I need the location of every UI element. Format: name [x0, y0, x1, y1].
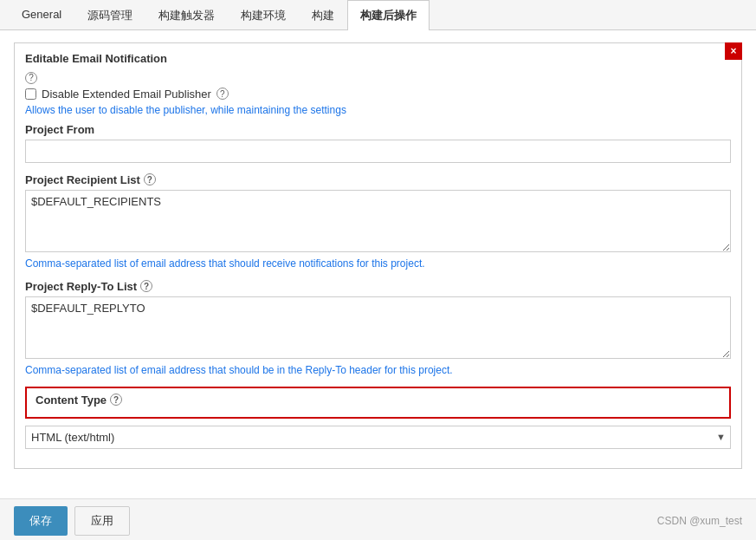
disable-publisher-help-icon[interactable]: ?	[216, 88, 229, 100]
save-button[interactable]: 保存	[14, 506, 68, 536]
recipient-list-group: Project Recipient List ? $DEFAULT_RECIPI…	[25, 173, 731, 270]
tab-general[interactable]: General	[9, 0, 74, 30]
tab-environment[interactable]: 构建环境	[228, 0, 299, 30]
content-type-select-wrapper: HTML (text/html) Plain Text (text/plain)…	[25, 426, 731, 449]
bottom-buttons: 保存 应用	[14, 506, 130, 536]
tab-triggers[interactable]: 构建触发器	[145, 0, 228, 30]
recipient-note: Comma-separated list of email address th…	[25, 257, 731, 270]
disable-publisher-label: Disable Extended Email Publisher	[42, 88, 211, 101]
content-type-select[interactable]: HTML (text/html) Plain Text (text/plain)…	[25, 426, 731, 449]
reply-to-help-icon[interactable]: ?	[140, 280, 152, 292]
main-content: × Editable Email Notification ? Disable …	[0, 30, 756, 498]
bottom-bar: 保存 应用 CSDN @xum_test	[0, 498, 756, 540]
tab-build[interactable]: 构建	[299, 0, 347, 30]
reply-to-note: Comma-separated list of email address th…	[25, 364, 731, 376]
publisher-help-text: Allows the user to disable the publisher…	[25, 104, 731, 116]
content-type-box: Content Type ?	[25, 387, 731, 419]
content-type-label: Content Type ?	[36, 394, 720, 407]
reply-to-list-label: Project Reply-To List ?	[25, 280, 731, 293]
content-type-help-icon[interactable]: ?	[110, 394, 122, 406]
tab-bar: General 源码管理 构建触发器 构建环境 构建 构建后操作	[0, 0, 756, 30]
apply-button[interactable]: 应用	[74, 506, 130, 536]
close-button[interactable]: ×	[725, 42, 742, 60]
project-from-input[interactable]	[25, 140, 731, 163]
recipient-list-textarea[interactable]: $DEFAULT_RECIPIENTS	[25, 190, 731, 252]
help-icon-top[interactable]: ?	[25, 72, 37, 84]
disable-publisher-checkbox[interactable]	[25, 88, 36, 100]
section-title-text: Editable Email Notification	[25, 52, 167, 65]
recipient-list-label: Project Recipient List ?	[25, 173, 731, 186]
project-from-label: Project From	[25, 123, 731, 136]
project-from-group: Project From	[25, 123, 731, 163]
recipient-help-icon[interactable]: ?	[144, 173, 156, 185]
section-title: Editable Email Notification	[25, 52, 731, 65]
watermark-text: CSDN @xum_test	[657, 515, 742, 527]
tab-source[interactable]: 源码管理	[74, 0, 145, 30]
reply-to-list-group: Project Reply-To List ? $DEFAULT_REPLYTO…	[25, 280, 731, 376]
tab-post-build[interactable]: 构建后操作	[347, 0, 430, 30]
disable-publisher-row: Disable Extended Email Publisher ?	[25, 88, 731, 101]
content-type-outer: Content Type ? HTML (text/html) Plain Te…	[25, 387, 731, 449]
reply-to-list-textarea[interactable]: $DEFAULT_REPLYTO	[25, 296, 731, 359]
email-notification-section: × Editable Email Notification ? Disable …	[14, 42, 742, 469]
